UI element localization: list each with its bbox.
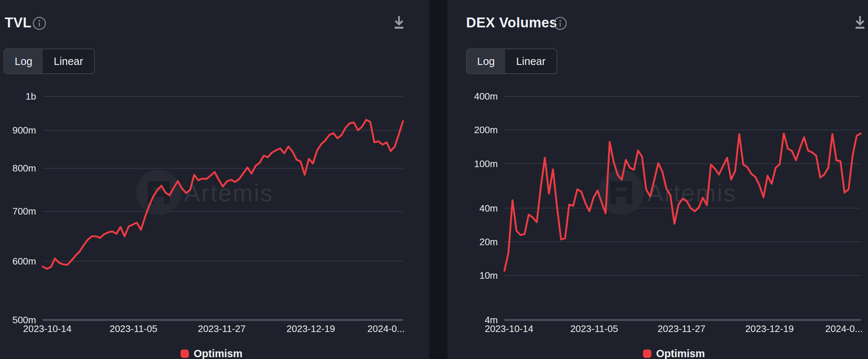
legend-label: Optimism — [194, 348, 243, 359]
scale-toggle: Log Linear — [466, 49, 557, 74]
y-axis-label: 900m — [12, 125, 36, 136]
linear-toggle-button[interactable]: Linear — [505, 49, 557, 73]
scale-toggle: Log Linear — [4, 49, 95, 74]
panel-title: TVL — [5, 15, 31, 31]
y-axis-label: 600m — [12, 256, 36, 267]
legend-item-optimism[interactable]: Optimism — [643, 348, 705, 359]
y-axis-label: 10m — [479, 270, 498, 281]
x-axis-label: 2023-10-14 — [23, 323, 71, 334]
x-axis-label: 2023-12-19 — [745, 323, 794, 334]
y-axis-label: 200m — [474, 124, 498, 135]
info-icon[interactable] — [32, 16, 46, 30]
legend-label: Optimism — [656, 348, 705, 359]
tvl-panel: Artemis1b900m800m700m600m500m2023-10-142… — [0, 0, 429, 359]
legend-swatch — [643, 350, 651, 358]
log-toggle-button[interactable]: Log — [467, 49, 505, 73]
y-axis-label: 800m — [12, 163, 36, 174]
artemis-dashboard: Artemis1b900m800m700m600m500m2023-10-142… — [0, 0, 868, 359]
x-axis-label: 2023-11-27 — [658, 323, 705, 334]
log-toggle-button[interactable]: Log — [4, 49, 43, 73]
x-axis-label: 2023-11-05 — [109, 323, 157, 334]
dex-volumes-panel: Artemis400m200m100m40m20m10m4m2023-10-14… — [447, 0, 868, 359]
y-axis-label: 20m — [479, 236, 498, 247]
legend-swatch — [181, 350, 189, 358]
artemis-watermark-text: Artemis — [184, 180, 274, 206]
x-axis-label: 2024-0... — [367, 323, 405, 334]
info-icon[interactable] — [553, 16, 567, 30]
x-axis-label: 2023-10-14 — [485, 323, 533, 334]
download-button[interactable] — [391, 15, 407, 31]
x-axis-label: 2023-11-27 — [198, 323, 245, 334]
y-axis-label: 1b — [26, 91, 36, 102]
artemis-watermark-text: Artemis — [647, 180, 737, 206]
y-axis-label: 400m — [474, 91, 498, 102]
linear-toggle-button[interactable]: Linear — [43, 49, 94, 73]
download-button[interactable] — [852, 15, 868, 31]
y-axis-label: 100m — [474, 158, 498, 169]
y-axis-label: 700m — [12, 206, 36, 217]
panel-title: DEX Volumes — [466, 15, 557, 31]
x-axis-label: 2023-12-19 — [287, 323, 335, 334]
legend-item-optimism[interactable]: Optimism — [181, 348, 243, 359]
x-axis-label: 2023-11-05 — [570, 323, 618, 334]
x-axis-label: 2024-0... — [825, 323, 863, 334]
y-axis-label: 40m — [479, 203, 498, 214]
